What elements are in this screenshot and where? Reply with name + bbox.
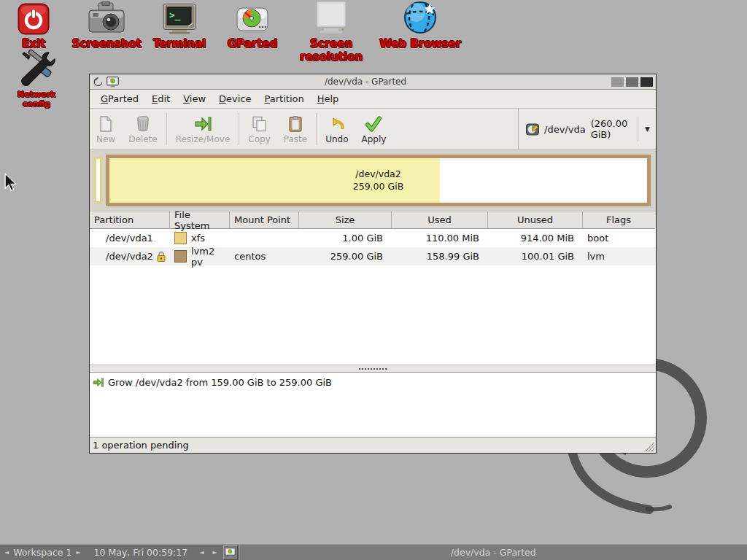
lock-icon xyxy=(157,251,166,262)
menu-edit[interactable]: Edit xyxy=(145,90,177,108)
desktop-icon-web-browser[interactable]: Web Browser xyxy=(372,0,468,50)
visual-partition-label: /dev/vda2 259.00 GiB xyxy=(109,158,647,203)
device-selector[interactable]: /dev/vda (260.00 GiB) ▼ xyxy=(518,109,656,149)
taskbar-clock: 10 May, Fri 00:59:17 xyxy=(94,547,188,558)
fs-color-swatch xyxy=(174,250,187,262)
taskbar-task-title: /dev/vda - GParted xyxy=(451,547,536,558)
header-unused[interactable]: Unused xyxy=(488,211,583,229)
toolbar-separator xyxy=(316,113,317,145)
toolbar-separator xyxy=(166,113,167,145)
desktop-icon-screen-resolution[interactable]: Screen resolution xyxy=(280,0,382,63)
delete-button[interactable]: Delete xyxy=(122,109,163,149)
workspace-prev-icon[interactable]: ◄ xyxy=(0,545,13,560)
terminal-icon: >_ xyxy=(162,3,197,35)
desktop-icon-network-config[interactable]: Network config xyxy=(6,50,67,109)
tasklist-next-icon[interactable]: ► xyxy=(208,545,221,560)
header-used[interactable]: Used xyxy=(392,211,488,229)
desktop-icon-label: Web Browser xyxy=(372,37,468,50)
desktop-icon-label: Terminal xyxy=(144,37,214,50)
cell-used: 110.00 MiB xyxy=(392,229,488,247)
toolbar-separator xyxy=(239,113,239,145)
header-mountpoint[interactable]: Mount Point xyxy=(230,211,299,229)
window-menu-swirl-icon[interactable] xyxy=(93,77,104,88)
undo-button[interactable]: Undo xyxy=(319,109,355,149)
workspace-next-icon[interactable]: ► xyxy=(71,545,85,560)
close-button[interactable] xyxy=(640,77,653,87)
menu-gparted[interactable]: GParted xyxy=(94,90,145,108)
cell-unused: 100.01 GiB xyxy=(488,247,583,265)
statusbar-text: 1 operation pending xyxy=(93,440,189,451)
device-path: /dev/vda xyxy=(544,124,586,135)
cell-flags: lvm xyxy=(583,247,654,265)
new-button[interactable]: New xyxy=(90,109,122,149)
fs-color-swatch xyxy=(174,232,187,244)
trash-icon xyxy=(134,115,152,133)
partition-table: Partition File System Mount Point Size U… xyxy=(90,211,656,365)
minimize-button[interactable] xyxy=(611,77,624,87)
undo-icon xyxy=(328,115,346,133)
cell-size: 1.00 GiB xyxy=(299,229,392,247)
gparted-mini-icon xyxy=(225,548,236,557)
header-filesystem[interactable]: File System xyxy=(170,211,230,229)
pane-splitter[interactable] xyxy=(90,365,656,372)
table-row-vda1[interactable]: /dev/vda1 xfs 1.00 GiB 110.00 MiB 914.00… xyxy=(90,229,656,247)
power-icon xyxy=(18,3,50,35)
cell-filesystem: lvm2 pv xyxy=(170,247,230,265)
visual-partition-vda1[interactable] xyxy=(94,157,102,203)
maximize-button[interactable] xyxy=(626,77,638,87)
mouse-cursor xyxy=(4,173,17,192)
apply-button[interactable]: Apply xyxy=(355,109,393,149)
resize-move-icon xyxy=(194,115,212,133)
desktop-icon-exit[interactable]: Exit xyxy=(9,3,58,50)
gparted-app-icon xyxy=(107,77,119,88)
copy-icon xyxy=(251,115,268,133)
statusbar: 1 operation pending xyxy=(90,438,656,453)
menu-help[interactable]: Help xyxy=(311,90,346,108)
menu-partition[interactable]: Partition xyxy=(258,90,311,108)
header-flags[interactable]: Flags xyxy=(583,211,654,229)
menu-view[interactable]: View xyxy=(177,90,212,108)
cell-partition: /dev/vda1 xyxy=(90,229,170,247)
svg-text:>_: >_ xyxy=(169,9,181,21)
tools-icon xyxy=(17,50,56,88)
copy-button[interactable]: Copy xyxy=(241,109,276,149)
paste-button[interactable]: Paste xyxy=(277,109,314,149)
taskbar: ◄ Workspace 1 ► 10 May, Fri 00:59:17 ◄ ►… xyxy=(0,544,747,560)
desktop-icon-screenshot[interactable]: Screenshot xyxy=(70,1,143,50)
header-partition[interactable]: Partition xyxy=(90,211,170,229)
table-header: Partition File System Mount Point Size U… xyxy=(90,211,656,229)
apply-check-icon xyxy=(365,115,382,133)
harddisk-gauge-icon xyxy=(235,3,270,35)
header-size[interactable]: Size xyxy=(299,211,392,229)
resize-grip[interactable] xyxy=(644,441,655,452)
visual-partition-vda2[interactable]: /dev/vda2 259.00 GiB xyxy=(106,155,651,206)
grow-operation-icon xyxy=(93,377,104,388)
combo-separator xyxy=(638,117,638,141)
camera-icon xyxy=(88,1,125,35)
operation-item[interactable]: Grow /dev/vda2 from 159.00 GiB to 259.00… xyxy=(93,377,653,388)
table-row-vda2[interactable]: /dev/vda2 lvm2 pv centos 259.00 GiB 158.… xyxy=(90,247,656,265)
new-document-icon xyxy=(97,115,115,133)
taskbar-task-button[interactable]: /dev/vda - GParted xyxy=(239,545,747,560)
desktop-icon-gparted[interactable]: GParted xyxy=(219,3,286,50)
desktop-icon-label: GParted xyxy=(219,37,286,50)
titlebar[interactable]: /dev/vda - GParted xyxy=(90,74,656,90)
desktop-icon-label: Screen resolution xyxy=(280,37,382,63)
paste-icon xyxy=(287,115,304,133)
cell-mountpoint xyxy=(230,229,299,247)
tasklist-prev-icon[interactable]: ◄ xyxy=(195,545,208,560)
resize-move-button[interactable]: Resize/Move xyxy=(169,109,237,149)
menu-device[interactable]: Device xyxy=(212,90,258,108)
workspace-label[interactable]: Workspace 1 xyxy=(13,547,71,558)
splitter-handle xyxy=(359,368,387,370)
cell-filesystem: xfs xyxy=(170,229,230,247)
window-title: /dev/vda - GParted xyxy=(122,77,609,87)
cell-partition: /dev/vda2 xyxy=(90,247,170,265)
gparted-window: /dev/vda - GParted GParted Edit View Dev… xyxy=(89,74,657,454)
desktop-icon-terminal[interactable]: >_ Terminal xyxy=(144,3,214,50)
operation-text: Grow /dev/vda2 from 159.00 GiB to 259.00… xyxy=(108,377,332,388)
toolbar: New Delete Resize/Move xyxy=(90,109,656,150)
taskbar-app-icon[interactable] xyxy=(223,545,238,560)
operations-pane: Grow /dev/vda2 from 159.00 GiB to 259.00… xyxy=(90,372,656,438)
chevron-down-icon[interactable]: ▼ xyxy=(643,125,651,133)
